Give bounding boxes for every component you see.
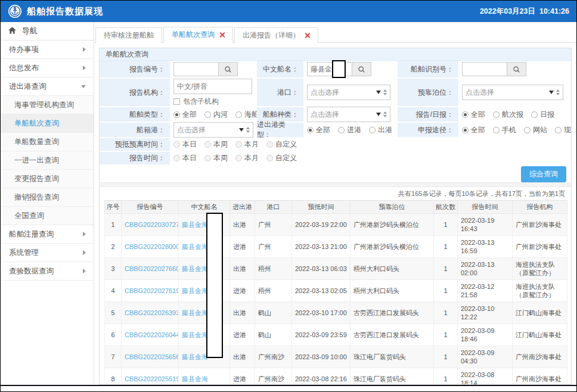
radio-icon[interactable] — [266, 141, 273, 148]
sidebar-item[interactable]: 待办事项 — [1, 41, 94, 59]
spinner-icon[interactable] — [556, 89, 560, 95]
sidebar-item[interactable]: 全国查询 — [1, 207, 94, 225]
radio-label: 全部 — [471, 110, 485, 120]
radio-option[interactable]: 日报 — [531, 110, 554, 120]
declare-way-radiogroup: 全部手机网站现场 — [458, 123, 571, 137]
spinner-icon[interactable] — [246, 127, 250, 133]
nav-header[interactable]: 导航 — [1, 22, 94, 41]
radio-option[interactable]: 全部 — [462, 110, 485, 120]
radio-icon[interactable] — [307, 127, 314, 133]
sidebar-item-label: 单船航次查询 — [14, 119, 59, 127]
column-header: 序号 — [105, 201, 122, 214]
radio-icon[interactable] — [493, 111, 500, 118]
search-button[interactable] — [507, 62, 526, 76]
port-select[interactable]: 点击选择 — [307, 85, 390, 100]
radio-option[interactable]: 本周 — [204, 139, 228, 150]
radio-icon[interactable] — [493, 127, 500, 133]
report-no-link[interactable]: CBBG202202604495 — [122, 324, 179, 346]
radio-option[interactable]: 本月 — [235, 139, 259, 150]
sidebar-item[interactable]: 海事管理机构查询 — [1, 96, 94, 114]
radio-option[interactable]: 内河 — [204, 110, 228, 120]
radio-icon[interactable] — [524, 127, 531, 133]
section-divider — [100, 182, 571, 187]
sidebar-item[interactable]: 进出港查询 — [1, 77, 94, 96]
checkbox-icon[interactable] — [173, 98, 180, 105]
report-no-input[interactable] — [173, 62, 219, 76]
sidebar-item-label: 撤销报告查询 — [14, 193, 59, 201]
report-no-link[interactable]: CBBG202202800032 — [122, 236, 179, 258]
report-no-link[interactable]: CBBG202203072774 — [122, 214, 179, 236]
search-button[interactable] — [352, 62, 371, 76]
radio-option[interactable]: 手机 — [493, 125, 516, 135]
sidebar-item[interactable]: 单船数量查询 — [1, 133, 94, 151]
registry-port-select[interactable]: 点击选择 — [173, 122, 253, 138]
sidebar-item[interactable]: 船舶注册查询 — [1, 225, 94, 244]
radio-option[interactable]: 全部 — [307, 125, 330, 135]
radio-option[interactable]: 本日 — [173, 153, 197, 163]
radio-icon[interactable] — [235, 111, 242, 118]
include-sub-org-checkbox[interactable]: 包含子机构 — [173, 97, 219, 107]
radio-option[interactable]: 本周 — [204, 153, 228, 163]
radio-icon[interactable] — [462, 127, 469, 133]
radio-icon[interactable] — [369, 127, 376, 133]
radio-icon[interactable] — [204, 111, 211, 118]
sidebar-item[interactable]: 系统管理 — [1, 244, 94, 262]
report-org-input[interactable] — [173, 79, 252, 94]
radio-icon[interactable] — [204, 141, 211, 148]
table-cell: 4 — [105, 280, 122, 302]
tab-active[interactable]: 单船航次查询 — [163, 27, 233, 43]
search-button[interactable] — [219, 62, 238, 76]
radio-option[interactable]: 全部 — [462, 125, 485, 135]
table-cell: 2022-03-08 18:14 — [458, 368, 513, 385]
radio-icon[interactable] — [338, 127, 345, 133]
radio-icon[interactable] — [235, 141, 242, 148]
berth-select[interactable]: 点击选择 — [462, 85, 563, 100]
radio-icon[interactable] — [266, 155, 273, 161]
app-window: 船舶报告数据展现 2022年03月23日 10:41:26 导航 待办事项信息发… — [1, 1, 576, 386]
sidebar-item[interactable]: 单船航次查询 — [1, 114, 94, 133]
radio-option[interactable]: 出港 — [369, 125, 392, 135]
radio-icon[interactable] — [555, 127, 562, 133]
ship-id-input[interactable] — [462, 62, 507, 76]
sidebar-item[interactable]: 信息发布 — [1, 59, 94, 77]
radio-option[interactable]: 现场 — [555, 125, 572, 135]
radio-icon[interactable] — [462, 111, 469, 118]
radio-option[interactable]: 自定义 — [266, 153, 297, 163]
radio-icon[interactable] — [204, 155, 211, 161]
radio-option[interactable]: 本月 — [235, 153, 259, 163]
header-datetime: 2022年03月23日 10:41:26 — [480, 7, 569, 17]
tab-item[interactable]: 待审核注册船舶 — [95, 27, 162, 43]
ship-kind-select[interactable]: 点击选择 — [307, 107, 390, 122]
report-no-link[interactable]: CBBG202202766092 — [122, 258, 179, 280]
close-icon[interactable] — [219, 32, 225, 38]
radio-option[interactable]: 自定义 — [266, 139, 297, 150]
sidebar-item[interactable]: 撤销报告查询 — [1, 188, 94, 207]
ship-name-link[interactable]: 藤县金海 — [179, 368, 230, 385]
radio-icon[interactable] — [173, 111, 180, 118]
radio-option[interactable]: 本日 — [173, 139, 197, 150]
radio-label: 全部 — [471, 125, 485, 135]
sidebar-item[interactable]: 查验数据查询 — [1, 262, 94, 281]
comprehensive-query-button[interactable]: 综合查询 — [521, 166, 566, 182]
close-icon[interactable] — [305, 33, 310, 38]
radio-icon[interactable] — [531, 111, 538, 118]
sidebar-item[interactable]: 变更报告查询 — [1, 170, 94, 188]
spinner-icon[interactable] — [383, 111, 387, 117]
report-no-link[interactable]: CBBG202202639397 — [122, 302, 179, 324]
sidebar-item[interactable]: 一进一出查询 — [1, 151, 94, 170]
radio-option[interactable]: 航次报 — [493, 110, 523, 120]
radio-icon[interactable] — [173, 155, 180, 161]
radio-option[interactable]: 全部 — [173, 110, 197, 120]
spinner-icon[interactable] — [383, 89, 387, 95]
report-no-link[interactable]: CBBG202202761927 — [122, 280, 179, 302]
tab-item[interactable]: 出港报告（详细） — [234, 27, 318, 43]
report-no-link[interactable]: CBBG202202565668 — [122, 346, 179, 368]
radio-option[interactable]: 进港 — [338, 125, 361, 135]
sidebar-item-label: 信息发布 — [9, 64, 39, 72]
radio-icon[interactable] — [235, 155, 242, 161]
radio-icon[interactable] — [173, 141, 180, 148]
table-cell: 江门鹤山海事处 — [513, 302, 567, 324]
radio-option[interactable]: 网站 — [524, 125, 547, 135]
radio-option[interactable]: 海船 — [235, 110, 259, 120]
report-no-link[interactable]: CBBG202202551917 — [122, 368, 179, 385]
